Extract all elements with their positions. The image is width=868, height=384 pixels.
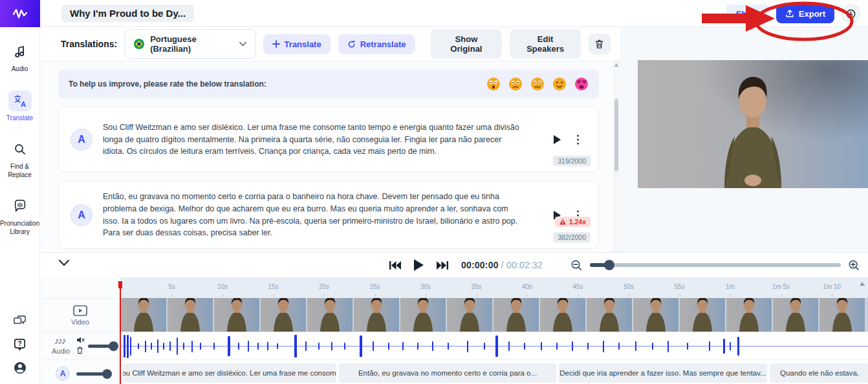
neutral-emoji[interactable] (530, 77, 545, 91)
show-original-button[interactable]: Show Original (431, 29, 503, 59)
video-thumbnail (307, 298, 353, 332)
timeline-tracks: Sou Cliff Weitzman e amo ser disléxico. … (121, 298, 868, 384)
svg-text:?: ? (17, 340, 21, 347)
ruler-tick: 50s (624, 283, 634, 290)
frowning-emoji[interactable] (508, 77, 523, 91)
sidebar-item-find-replace[interactable]: Find & Replace (1, 139, 39, 179)
project-title[interactable]: Why I'm Proud to be Dy... (61, 5, 194, 22)
char-count-badge: 382/2000 (553, 232, 591, 242)
video-thumbnail (354, 298, 399, 332)
sidebar-item-pronunciation-library[interactable]: Pronunciation Library (1, 196, 39, 236)
translations-panel: Translations: Portuguese (Brazilian) Tra… (40, 27, 620, 252)
collapse-timeline-button[interactable] (58, 259, 70, 266)
delete-audio-button[interactable] (76, 347, 83, 354)
zoom-in-button[interactable] (848, 259, 860, 272)
char-count-badge: 319/2000 (553, 156, 591, 166)
speaker-avatar[interactable]: A (71, 129, 92, 151)
sidebar-item-translate[interactable]: A Translate (1, 91, 39, 123)
audio-waveform-track[interactable] (121, 332, 868, 359)
chat-button[interactable] (13, 314, 27, 328)
account-button[interactable] (13, 361, 27, 375)
audio-volume-thumb[interactable] (109, 341, 118, 351)
rating-emoji-row: ♥♥ (486, 77, 589, 91)
scrollbar-thumb[interactable] (614, 99, 618, 171)
video-thumbnail (494, 298, 539, 332)
help-button[interactable]: ? (13, 337, 27, 351)
speaker-volume-thumb[interactable] (102, 369, 112, 379)
skip-forward-button[interactable] (437, 261, 448, 270)
app-logo[interactable] (0, 0, 40, 27)
translate-button[interactable]: Translate (263, 34, 331, 54)
subtitle-segment[interactable]: Sou Cliff Weitzman e amo ser disléxico. … (123, 363, 336, 383)
translations-header: Translations: Portuguese (Brazilian) Tra… (40, 27, 620, 61)
segment-menu-button[interactable] (577, 135, 579, 145)
ruler-tick: 55s (674, 283, 684, 290)
video-thumbnail (587, 298, 632, 332)
anguished-emoji[interactable] (486, 77, 501, 91)
ruler-tick: 1m 5s (772, 283, 790, 290)
timeline-ruler[interactable]: 5s 10s 15s 20s 25s 30s 35s 40s 45s 50s 5… (121, 277, 868, 298)
skip-back-button[interactable] (389, 261, 401, 270)
playhead[interactable] (120, 281, 121, 384)
subtitle-segment[interactable]: Decidi que iria aprender a fazer isso. M… (559, 363, 767, 383)
translations-body: To help us improve, please rate the belo… (40, 61, 613, 252)
timeline-zoom-slider[interactable] (590, 263, 841, 267)
share-button[interactable]: Share (726, 5, 770, 23)
retranslate-button[interactable]: Retranslate (338, 34, 415, 54)
play-button[interactable] (414, 259, 424, 271)
speed-warning-badge: 1.24x (555, 217, 591, 227)
svg-text:♥: ♥ (576, 79, 581, 85)
speaker-track-avatar[interactable]: A (56, 367, 70, 381)
audio-track-label: Audio (52, 347, 70, 355)
scroll-up-arrow[interactable] (860, 282, 865, 286)
timecode: 00:00:00 / 00:02:32 (461, 260, 543, 270)
zoom-slider-thumb[interactable] (604, 260, 614, 270)
slightly-smiling-emoji[interactable] (552, 77, 567, 91)
translation-segment-card: A Sou Cliff Weitzman e amo ser disléxico… (58, 107, 599, 173)
mute-audio-button[interactable] (76, 336, 85, 344)
play-segment-button[interactable] (554, 135, 561, 144)
audio-volume-slider[interactable] (88, 345, 114, 348)
timeline-section: 00:00:00 / 00:02:32 5s 10s 15s 20s 25s 3… (40, 252, 868, 384)
ruler-tick: 15s (268, 283, 278, 290)
brazil-flag-icon (134, 39, 144, 49)
video-thumbnail (400, 298, 446, 332)
sidebar-item-audio[interactable]: Audio (1, 41, 39, 74)
speaker-avatar[interactable]: A (71, 204, 92, 226)
video-thumbnail (121, 298, 166, 332)
edit-speakers-button[interactable]: Edit Speakers (510, 29, 581, 59)
ruler-tick: 1m (726, 283, 735, 290)
video-track-label: Video (71, 318, 89, 326)
video-thumbnail (726, 298, 772, 332)
speech-bubble-icon (8, 196, 32, 217)
delete-translation-button[interactable] (589, 34, 611, 54)
video-track[interactable] (121, 298, 868, 332)
music-notes-icon: ♪♪♪ (54, 335, 65, 346)
zoom-out-button[interactable] (570, 259, 583, 272)
video-thumbnail (447, 298, 492, 332)
video-thumbnail (168, 298, 213, 332)
total-time: 00:02:32 (506, 260, 543, 270)
rating-bar: To help us improve, please rate the belo… (58, 70, 599, 98)
segment-text[interactable]: Sou Cliff Weitzman e amo ser disléxico. … (103, 122, 521, 158)
ruler-tick: 25s (369, 283, 380, 290)
app-root: Why I'm Proud to be Dy... Share Export (0, 0, 868, 384)
segment-text[interactable]: Então, eu gravava no momento certo e cor… (103, 191, 521, 239)
video-preview[interactable] (638, 60, 868, 188)
history-button[interactable] (841, 4, 860, 23)
topbar: Why I'm Proud to be Dy... Share Export (0, 0, 868, 27)
language-select[interactable]: Portuguese (Brazilian) (125, 29, 255, 59)
video-thumbnail (540, 298, 585, 332)
translations-scrollbar[interactable] (613, 61, 620, 252)
svg-text:♥: ♥ (581, 79, 587, 85)
clock-history-icon (845, 8, 856, 19)
subtitle-segment[interactable]: Quando ele não estava, (770, 363, 868, 383)
export-button[interactable]: Export (776, 5, 834, 23)
video-thumbnail (773, 298, 818, 332)
speaker-volume-slider[interactable] (76, 372, 107, 376)
ruler-tick: 40s (522, 283, 532, 290)
track-headers: Video ♪♪♪ Audio A (40, 277, 121, 384)
heart-eyes-emoji[interactable]: ♥♥ (574, 77, 589, 91)
waveform-logo-icon (12, 8, 28, 19)
subtitle-segment[interactable]: Então, eu gravava no momento certo e cor… (339, 363, 556, 383)
